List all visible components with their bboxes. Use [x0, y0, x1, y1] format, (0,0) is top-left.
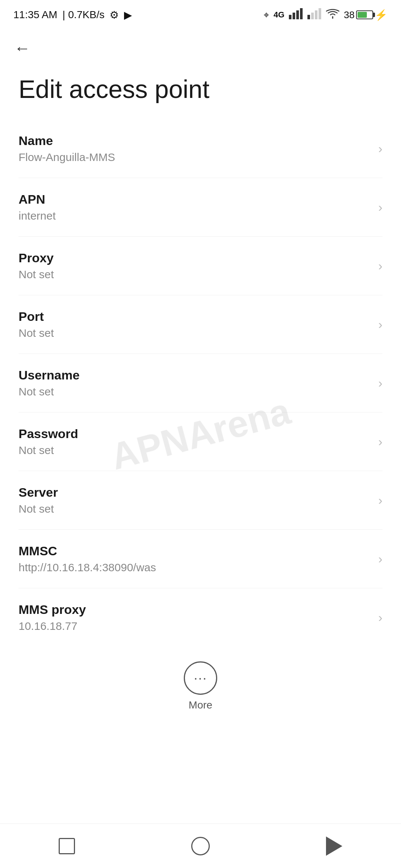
- settings-label-port: Port: [19, 309, 371, 324]
- top-nav: ←: [0, 30, 401, 67]
- more-dots-icon: ···: [194, 671, 207, 685]
- signal-4g-icon: 4G: [274, 10, 284, 20]
- settings-item-mms-proxy[interactable]: MMS proxy 10.16.18.77 ›: [19, 588, 382, 647]
- svg-rect-5: [311, 13, 314, 19]
- settings-value-password: Not set: [19, 444, 371, 457]
- settings-item-password[interactable]: Password Not set ›: [19, 412, 382, 471]
- settings-icon: ⚙: [110, 9, 119, 21]
- more-button[interactable]: ···: [184, 661, 217, 695]
- chevron-icon-proxy: ›: [378, 259, 382, 273]
- chevron-icon-port: ›: [378, 317, 382, 332]
- status-right: ⌖ 4G: [264, 8, 388, 22]
- settings-item-username[interactable]: Username Not set ›: [19, 354, 382, 412]
- svg-rect-1: [293, 13, 295, 19]
- wifi-icon: [326, 9, 339, 22]
- nav-back-button[interactable]: [316, 831, 353, 861]
- status-left: 11:35 AM | 0.7KB/s ⚙ ▶: [13, 9, 132, 21]
- chevron-icon-apn: ›: [378, 200, 382, 214]
- video-icon: ▶: [124, 9, 132, 21]
- page-title: Edit access point: [19, 74, 382, 105]
- chevron-icon-server: ›: [378, 493, 382, 507]
- settings-item-name[interactable]: Name Flow-Anguilla-MMS ›: [19, 119, 382, 178]
- svg-rect-7: [319, 8, 321, 19]
- nav-triangle-icon: [326, 836, 342, 856]
- chevron-icon-mms-proxy: ›: [378, 610, 382, 625]
- nav-home-button[interactable]: [182, 831, 219, 861]
- svg-rect-0: [289, 15, 291, 19]
- battery-fill: [358, 12, 367, 18]
- settings-value-username: Not set: [19, 385, 371, 398]
- settings-label-apn: APN: [19, 192, 371, 207]
- chevron-icon-mmsc: ›: [378, 552, 382, 566]
- more-label: More: [189, 699, 212, 711]
- signal-bars-icon: [289, 8, 303, 22]
- settings-value-mmsc: http://10.16.18.4:38090/was: [19, 561, 371, 574]
- more-section: ··· More: [0, 647, 401, 722]
- nav-recent-apps-button[interactable]: [48, 831, 85, 861]
- settings-value-proxy: Not set: [19, 268, 371, 281]
- settings-item-proxy[interactable]: Proxy Not set ›: [19, 237, 382, 295]
- settings-item-server[interactable]: Server Not set ›: [19, 471, 382, 530]
- settings-label-proxy: Proxy: [19, 251, 371, 265]
- settings-item-apn[interactable]: APN internet ›: [19, 178, 382, 237]
- status-bar: 11:35 AM | 0.7KB/s ⚙ ▶ ⌖ 4G: [0, 0, 401, 30]
- bluetooth-icon: ⌖: [264, 9, 269, 21]
- battery-indicator: 38 ⚡: [344, 9, 388, 21]
- settings-value-name: Flow-Anguilla-MMS: [19, 151, 371, 164]
- nav-circle-icon: [191, 837, 210, 855]
- chevron-icon-username: ›: [378, 376, 382, 390]
- settings-item-mmsc[interactable]: MMSC http://10.16.18.4:38090/was ›: [19, 530, 382, 588]
- settings-value-mms-proxy: 10.16.18.77: [19, 620, 371, 632]
- svg-rect-4: [307, 15, 310, 19]
- back-button[interactable]: ←: [11, 37, 33, 59]
- status-time: 11:35 AM: [13, 9, 57, 21]
- settings-value-port: Not set: [19, 327, 371, 339]
- settings-label-mmsc: MMSC: [19, 544, 371, 558]
- status-speed: | 0.7KB/s: [62, 9, 104, 21]
- settings-label-password: Password: [19, 427, 371, 441]
- settings-value-apn: internet: [19, 210, 371, 222]
- settings-label-name: Name: [19, 134, 371, 148]
- back-arrow-icon: ←: [14, 40, 30, 56]
- chevron-icon-name: ›: [378, 141, 382, 156]
- settings-label-server: Server: [19, 485, 371, 500]
- signal-bars2-icon: [307, 8, 322, 22]
- settings-label-mms-proxy: MMS proxy: [19, 602, 371, 617]
- bottom-nav: [0, 823, 401, 868]
- chevron-icon-password: ›: [378, 434, 382, 449]
- nav-square-icon: [59, 838, 75, 854]
- settings-label-username: Username: [19, 368, 371, 382]
- svg-rect-2: [296, 10, 299, 19]
- page-title-section: Edit access point: [0, 67, 401, 119]
- battery-box: [356, 10, 373, 19]
- svg-rect-6: [315, 10, 317, 19]
- settings-item-port[interactable]: Port Not set ›: [19, 295, 382, 354]
- svg-rect-3: [300, 8, 303, 19]
- settings-list: Name Flow-Anguilla-MMS › APN internet › …: [0, 119, 401, 647]
- settings-value-server: Not set: [19, 503, 371, 515]
